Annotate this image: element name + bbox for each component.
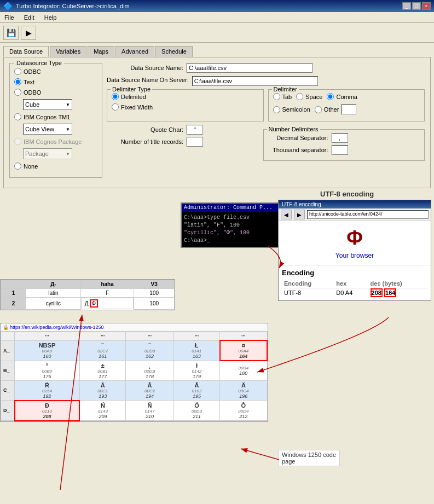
radio-comma[interactable] xyxy=(327,93,334,100)
thousand-separator-label: Thousand separator: xyxy=(268,147,328,153)
wiki-cell-c3: Ă 0102 195 xyxy=(173,380,220,401)
package-dropdown[interactable]: Package ▼ xyxy=(23,148,72,159)
enc-dec1: 208 xyxy=(371,288,383,297)
col-header-0 xyxy=(1,280,26,289)
lock-icon: 🔒 xyxy=(3,325,9,330)
radio-none-label: None xyxy=(24,163,38,170)
radio-text[interactable] xyxy=(14,78,21,85)
enc-utf8-dec: 208 164 xyxy=(368,288,427,298)
radio-odbc[interactable] xyxy=(14,68,21,75)
save-button[interactable]: 💾 xyxy=(3,26,19,40)
radio-comma-label: Comma xyxy=(336,94,357,100)
wiki-cell-b0: ° 00B0 176 xyxy=(15,361,80,380)
col-header-3: V3 xyxy=(134,280,175,289)
wiki-header-row: ··· ··· ··· ··· ··· xyxy=(1,332,268,341)
num-title-records-label: Number of title records: xyxy=(107,138,183,145)
radio-fixed[interactable] xyxy=(112,103,119,111)
row-num-1: 1 xyxy=(1,289,26,298)
minimize-button[interactable]: _ xyxy=(402,2,411,10)
spreadsheet-table: Д- haha V3 1 latin F 100 2 cyrillic Д Ф … xyxy=(1,280,175,310)
radio-delimited-label: Delimited xyxy=(121,94,146,100)
tab-maps[interactable]: Maps xyxy=(88,46,114,57)
maximize-button[interactable]: □ xyxy=(412,2,421,10)
wiki-cell-c2: Â 00C2 194 xyxy=(126,380,173,401)
data-source-server-row: Data Source Name On Server: xyxy=(107,76,425,86)
cube-view-dropdown-arrow: ▼ xyxy=(66,127,70,132)
tab-schedule[interactable]: Schedule xyxy=(155,46,193,57)
close-button[interactable]: × xyxy=(422,2,431,10)
other-delimiter-input[interactable] xyxy=(341,105,356,114)
package-dropdown-label: Package xyxy=(25,150,49,157)
tab-variables[interactable]: Variables xyxy=(50,46,86,57)
data-source-server-input[interactable] xyxy=(192,76,318,86)
radio-delimited-row: Delimited xyxy=(112,93,259,100)
row-label-c: C_ xyxy=(1,380,15,401)
package-dropdown-arrow: ▼ xyxy=(66,152,70,157)
data-source-name-label: Data Source Name: xyxy=(107,65,183,71)
wiki-cell-d0-highlighted: Đ 0110 208 xyxy=(15,401,80,421)
radio-other[interactable] xyxy=(315,106,322,113)
tab-advanced[interactable]: Advanced xyxy=(115,46,154,57)
radio-ibm-package[interactable] xyxy=(14,138,21,145)
tab-data-source[interactable]: Data Source xyxy=(3,46,49,57)
num-title-records-input[interactable] xyxy=(187,137,203,147)
wiki-cell-a3: Ł 0141 163 xyxy=(173,340,220,361)
row-label-d: D_ xyxy=(1,401,15,421)
cell-2-2: Д Ф xyxy=(81,298,134,309)
radio-semicolon[interactable] xyxy=(273,106,280,113)
wiki-header-0 xyxy=(1,332,15,341)
wiki-row-d: D_ Đ 0110 208 Ń 0143 209 Ň 0147 210 Ó xyxy=(1,401,268,421)
utf-url-bar[interactable]: http://unicode-table.com/en/0424/ xyxy=(307,210,429,219)
play-icon: ▶ xyxy=(26,28,32,37)
cmd-window: Administrator: Command P... C:\aaa>type … xyxy=(181,202,290,248)
radio-none-row: None xyxy=(14,163,97,170)
menu-file[interactable]: File xyxy=(2,14,16,21)
wiki-url: https://en.wikipedia.org/wiki/Windows-12… xyxy=(10,325,104,330)
cube-dropdown[interactable]: Cube ▼ xyxy=(23,99,72,110)
data-source-server-label: Data Source Name On Server: xyxy=(107,76,189,84)
cell-2-2-text: Д xyxy=(85,300,89,306)
utf-forward-btn[interactable]: ▶ xyxy=(294,210,305,219)
wiki-cell-d2: Ň 0147 210 xyxy=(126,401,173,421)
menu-help[interactable]: Help xyxy=(42,14,59,21)
menu-edit[interactable]: Edit xyxy=(22,14,37,21)
wiki-row-b: B_ ° 00B0 176 ± 00B1 177 ˛ 02DB 178 ł xyxy=(1,361,268,380)
delimiter-group: Delimiter Tab Space xyxy=(268,89,425,121)
radio-tab[interactable] xyxy=(273,93,280,100)
data-source-name-input[interactable]: C:\aaa\file.csv xyxy=(187,63,313,73)
enc-col-0: Encoding xyxy=(282,279,334,288)
radio-odbo[interactable] xyxy=(14,89,21,96)
utf-back-btn[interactable]: ◀ xyxy=(281,210,292,219)
radio-odbo-label: ODBO xyxy=(24,89,41,96)
cmd-line-3: "cyrillic", "Ф", 100 xyxy=(184,229,287,237)
quote-section: Quote Char: Number of title records: xyxy=(107,125,259,161)
window-controls[interactable]: _ □ × xyxy=(402,2,431,10)
enc-utf8-hex: D0 A4 xyxy=(334,288,368,298)
radio-none[interactable] xyxy=(14,163,21,170)
radio-other-row: Other xyxy=(315,105,357,114)
cell-1-3: 100 xyxy=(134,289,175,298)
decimal-separator-input[interactable] xyxy=(332,133,348,143)
enc-col-1: hex xyxy=(334,279,368,288)
wiki-cell-d4: Ô 00D4 212 xyxy=(220,401,267,421)
thousand-separator-input[interactable] xyxy=(332,145,348,155)
play-button[interactable]: ▶ xyxy=(21,26,36,40)
window-title: Turbo Integrator: CubeServer->cirilica_d… xyxy=(16,3,130,9)
toolbar: 💾 ▶ xyxy=(0,23,434,43)
wiki-cell-a2: ˘ 02D8 162 xyxy=(126,340,173,361)
radio-space[interactable] xyxy=(296,93,303,100)
quote-char-input[interactable] xyxy=(187,125,203,135)
cell-1-2: F xyxy=(80,289,134,298)
wiki-header-4: ··· xyxy=(173,332,220,341)
radio-ibm-tm1[interactable] xyxy=(14,113,21,120)
wiki-row-c: C_ Ŕ 0154 192 Á 00C1 193 Â 00C2 194 Ă xyxy=(1,380,268,401)
enc-col-2: dec (bytes) xyxy=(368,279,427,288)
cmd-line-2: "latin", "F", 100 xyxy=(184,222,287,229)
row-label-b: B_ xyxy=(1,361,15,380)
radio-delimited[interactable] xyxy=(112,93,119,100)
number-delimiters-title: Number Delimiters xyxy=(267,126,320,132)
radio-ibm-tm1-label: IBM Cognos TM1 xyxy=(24,114,70,120)
cube-view-dropdown[interactable]: Cube View ▼ xyxy=(23,124,72,135)
cmd-title: Administrator: Command P... xyxy=(184,205,273,211)
wiki-header-3: ··· xyxy=(126,332,173,341)
